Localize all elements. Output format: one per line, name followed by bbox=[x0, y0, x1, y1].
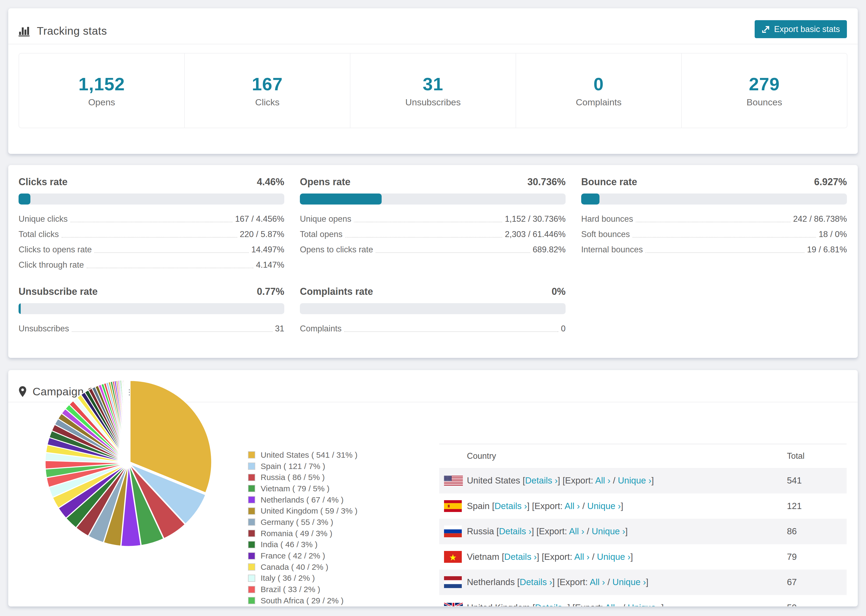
rate-detail-row: Complaints0 bbox=[300, 321, 565, 336]
export-all-link[interactable]: All › bbox=[574, 552, 589, 562]
export-all-link[interactable]: All › bbox=[590, 577, 605, 587]
rate-detail-row: Unique opens1,152 / 30.736% bbox=[300, 211, 565, 226]
rate-detail-value: 31 bbox=[275, 324, 284, 333]
stat-label: Bounces bbox=[746, 97, 782, 107]
geo-opens-table: CountryTotalUnited States [Details ›] [E… bbox=[439, 444, 847, 607]
dotted-leader bbox=[376, 252, 530, 253]
country-total: 121 bbox=[787, 501, 847, 511]
rate-detail-value: 689.82% bbox=[533, 245, 565, 255]
us-flag-icon bbox=[439, 476, 467, 486]
export-icon bbox=[762, 25, 770, 34]
rate-progress-fill bbox=[19, 303, 21, 314]
export-all-link[interactable]: All › bbox=[595, 475, 611, 486]
country-total: 79 bbox=[787, 552, 847, 562]
stat-value: 0 bbox=[594, 74, 604, 94]
export-unique-link[interactable]: Unique › bbox=[618, 475, 651, 486]
geo-table-row: United States [Details ›] [Export: All ›… bbox=[439, 468, 847, 493]
tracking-stats-card: Tracking stats Export basic stats 1,152O… bbox=[8, 8, 858, 154]
legend-swatch bbox=[248, 519, 255, 526]
rate-detail-row: Unsubscribes31 bbox=[19, 321, 284, 336]
legend-item: Romania ( 49 / 3% ) bbox=[248, 528, 357, 539]
export-all-link[interactable]: All › bbox=[569, 526, 584, 536]
legend-swatch bbox=[248, 496, 255, 503]
export-unique-link[interactable]: Unique › bbox=[612, 577, 646, 587]
rate-value: 0.77% bbox=[257, 286, 284, 297]
geo-table-row: Russia [Details ›] [Export: All › / Uniq… bbox=[439, 519, 847, 544]
stat-value: 1,152 bbox=[79, 74, 125, 94]
legend-swatch bbox=[248, 563, 255, 570]
legend-label: Germany ( 55 / 3% ) bbox=[261, 518, 333, 527]
legend-item: Spain ( 121 / 7% ) bbox=[248, 460, 357, 472]
stat-complaints: 0Complaints bbox=[516, 53, 682, 128]
details-link[interactable]: Details › bbox=[494, 501, 527, 511]
stat-unsubscribes: 31Unsubscribes bbox=[350, 53, 516, 128]
details-link[interactable]: Details › bbox=[535, 603, 567, 607]
stat-value: 31 bbox=[423, 74, 444, 94]
rate-progress-bar bbox=[300, 303, 565, 314]
legend-swatch bbox=[248, 485, 255, 492]
rate-value: 6.927% bbox=[814, 176, 847, 188]
country-total: 541 bbox=[787, 475, 847, 486]
legend-label: Romania ( 49 / 3% ) bbox=[261, 529, 332, 538]
rate-detail-value: 167 / 4.456% bbox=[235, 214, 284, 224]
rate-detail-label: Total opens bbox=[300, 229, 343, 239]
legend-item: Brazil ( 33 / 2% ) bbox=[248, 584, 357, 595]
geo-table-row: Vietnam [Details ›] [Export: All › / Uni… bbox=[439, 544, 847, 570]
export-all-link[interactable]: All › bbox=[605, 603, 620, 607]
rate-detail-row: Hard bounces242 / 86.738% bbox=[581, 211, 847, 226]
legend-swatch bbox=[248, 462, 255, 470]
export-all-link[interactable]: All › bbox=[565, 501, 580, 511]
details-link[interactable]: Details › bbox=[520, 577, 552, 587]
export-unique-link[interactable]: Unique › bbox=[628, 603, 661, 607]
legend-item: United States ( 541 / 31% ) bbox=[248, 449, 357, 460]
export-button-label: Export basic stats bbox=[774, 24, 840, 34]
stat-label: Unsubscribes bbox=[405, 97, 461, 107]
rate-title: Bounce rate bbox=[581, 176, 637, 188]
rate-title: Unsubscribe rate bbox=[19, 286, 98, 297]
country-name: Vietnam bbox=[467, 552, 499, 562]
rate-detail-value: 2,303 / 61.446% bbox=[505, 229, 565, 239]
legend-swatch bbox=[248, 530, 255, 537]
column-header-total: Total bbox=[787, 451, 847, 461]
legend-label: United States ( 541 / 31% ) bbox=[261, 451, 357, 460]
vn-flag-icon bbox=[439, 551, 467, 563]
stat-clicks: 167Clicks bbox=[185, 53, 350, 128]
details-link[interactable]: Details › bbox=[499, 526, 531, 536]
campaign-geo-opens-card: Campaign Geo Opens United States ( 541 /… bbox=[8, 370, 858, 607]
country-name: United States bbox=[467, 475, 520, 486]
rate-detail-label: Soft bounces bbox=[581, 229, 630, 239]
rate-detail-value: 242 / 86.738% bbox=[793, 214, 847, 224]
rate-value: 0% bbox=[552, 286, 565, 297]
ru-flag-icon bbox=[439, 525, 467, 537]
stat-label: Clicks bbox=[255, 97, 280, 107]
legend-label: United Kingdom ( 59 / 3% ) bbox=[261, 506, 357, 515]
export-unique-link[interactable]: Unique › bbox=[592, 526, 625, 536]
export-unique-link[interactable]: Unique › bbox=[587, 501, 621, 511]
country-total: 67 bbox=[787, 577, 847, 587]
rate-detail-label: Clicks to opens rate bbox=[19, 245, 92, 255]
bar-chart-icon bbox=[19, 25, 31, 36]
legend-swatch bbox=[248, 586, 255, 593]
export-unique-link[interactable]: Unique › bbox=[597, 552, 631, 562]
rate-detail-label: Opens to clicks rate bbox=[300, 245, 373, 255]
legend-item: United Kingdom ( 59 / 3% ) bbox=[248, 505, 357, 517]
legend-label: Vietnam ( 79 / 5% ) bbox=[261, 484, 329, 493]
details-link[interactable]: Details › bbox=[504, 552, 537, 562]
legend-swatch bbox=[248, 474, 255, 481]
rate-detail-value: 0 bbox=[561, 324, 565, 333]
legend-label: Italy ( 36 / 2% ) bbox=[261, 574, 315, 583]
legend-item: Russia ( 86 / 5% ) bbox=[248, 472, 357, 483]
dotted-leader bbox=[71, 222, 233, 222]
rate-detail-value: 14.497% bbox=[252, 245, 284, 255]
rate-detail-label: Click through rate bbox=[19, 260, 84, 270]
rate-detail-label: Unique opens bbox=[300, 214, 351, 224]
rate-value: 30.736% bbox=[527, 176, 565, 188]
legend-swatch bbox=[248, 552, 255, 559]
details-link[interactable]: Details › bbox=[525, 475, 557, 486]
export-basic-stats-button[interactable]: Export basic stats bbox=[755, 20, 847, 38]
stat-label: Opens bbox=[88, 97, 115, 107]
country-total: 59 bbox=[787, 603, 847, 607]
rate-detail-label: Hard bounces bbox=[581, 214, 633, 224]
legend-item: India ( 46 / 3% ) bbox=[248, 539, 357, 550]
rate-progress-bar bbox=[19, 193, 284, 204]
